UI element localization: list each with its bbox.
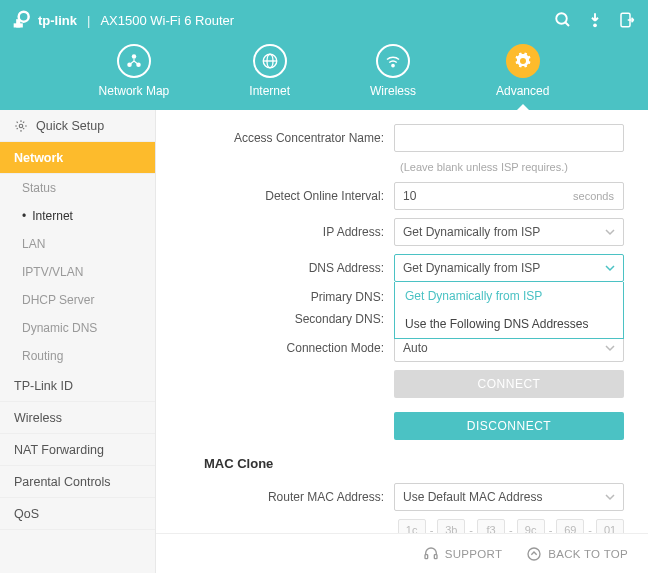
chevron-down-icon xyxy=(605,343,615,353)
router-mac-select[interactable]: Use Default MAC Address xyxy=(394,483,624,511)
sidebar-sub-routing[interactable]: Routing xyxy=(0,342,155,370)
sidebar-sub-ddns[interactable]: Dynamic DNS xyxy=(0,314,155,342)
download-icon[interactable] xyxy=(586,11,604,29)
sidebar-sub-status[interactable]: Status xyxy=(0,174,155,202)
dns-label: DNS Address: xyxy=(156,261,394,275)
dns-select[interactable]: Get Dynamically from ISP xyxy=(394,254,624,282)
footer: SUPPORT BACK TO TOP xyxy=(156,533,648,573)
sidebar-quick-setup[interactable]: Quick Setup xyxy=(0,110,155,142)
acn-input[interactable] xyxy=(394,124,624,152)
sidebar-label: Quick Setup xyxy=(36,119,104,133)
router-mac-label: Router MAC Address: xyxy=(156,490,394,504)
logout-icon[interactable] xyxy=(618,11,636,29)
gear-icon xyxy=(14,119,28,133)
sidebar-item-network[interactable]: Network xyxy=(0,142,155,174)
globe-icon xyxy=(261,52,279,70)
sidebar-item-nat[interactable]: NAT Forwarding xyxy=(0,434,155,466)
svg-line-4 xyxy=(565,22,569,26)
ip-select[interactable]: Get Dynamically from ISP xyxy=(394,218,624,246)
mac-clone-title: MAC Clone xyxy=(204,456,624,471)
svg-point-13 xyxy=(392,64,394,66)
headset-icon xyxy=(423,546,439,562)
brand-text: tp-link xyxy=(38,13,77,28)
chevron-down-icon xyxy=(605,492,615,502)
nav-internet[interactable]: Internet xyxy=(249,44,290,98)
sidebar-item-wireless[interactable]: Wireless xyxy=(0,402,155,434)
sidebar-sub-iptv[interactable]: IPTV/VLAN xyxy=(0,258,155,286)
brand-logo: tp-link xyxy=(12,10,77,30)
main-panel: Access Concentrator Name: (Leave blank u… xyxy=(156,110,648,573)
svg-point-5 xyxy=(593,23,597,27)
chevron-down-icon xyxy=(605,263,615,273)
acn-label: Access Concentrator Name: xyxy=(156,131,394,145)
divider: | xyxy=(87,13,90,28)
back-to-top-link[interactable]: BACK TO TOP xyxy=(526,546,628,562)
nav-label: Network Map xyxy=(99,84,170,98)
main-nav: Network Map Internet Wireless Advanced xyxy=(0,40,648,98)
topbar: tp-link | AX1500 Wi-Fi 6 Router xyxy=(0,0,648,40)
connect-button[interactable]: CONNECT xyxy=(394,370,624,398)
support-link[interactable]: SUPPORT xyxy=(423,546,502,562)
wifi-icon xyxy=(384,52,402,70)
sidebar-sub-internet[interactable]: Internet xyxy=(0,202,155,230)
nav-wireless[interactable]: Wireless xyxy=(370,44,416,98)
chevron-down-icon xyxy=(605,227,615,237)
body: Quick Setup Network Status Internet LAN … xyxy=(0,110,648,573)
sidebar-item-parental[interactable]: Parental Controls xyxy=(0,466,155,498)
nav-label: Internet xyxy=(249,84,290,98)
svg-rect-15 xyxy=(425,554,428,558)
pri-dns-label: Primary DNS: xyxy=(156,290,394,304)
dns-option-manual[interactable]: Use the Following DNS Addresses xyxy=(395,310,623,338)
acn-hint: (Leave blank unless ISP requires.) xyxy=(394,161,568,173)
nav-label: Advanced xyxy=(496,84,549,98)
svg-point-17 xyxy=(528,548,540,560)
dns-option-dynamic[interactable]: Get Dynamically from ISP xyxy=(395,282,623,310)
nav-label: Wireless xyxy=(370,84,416,98)
detect-label: Detect Online Interval: xyxy=(156,189,394,203)
top-icons xyxy=(554,11,636,29)
svg-rect-2 xyxy=(14,23,23,27)
arrow-up-circle-icon xyxy=(526,546,542,562)
sidebar-item-qos[interactable]: QoS xyxy=(0,498,155,530)
dns-dropdown: Get Dynamically from ISP Use the Followi… xyxy=(394,282,624,339)
disconnect-button[interactable]: DISCONNECT xyxy=(394,412,624,440)
nav-network-map[interactable]: Network Map xyxy=(99,44,170,98)
sidebar: Quick Setup Network Status Internet LAN … xyxy=(0,110,156,573)
svg-point-3 xyxy=(556,13,567,24)
sidebar-sub-lan[interactable]: LAN xyxy=(0,230,155,258)
sidebar-item-tplinkid[interactable]: TP-Link ID xyxy=(0,370,155,402)
header: tp-link | AX1500 Wi-Fi 6 Router Network … xyxy=(0,0,648,110)
detect-unit: seconds xyxy=(573,182,614,210)
search-icon[interactable] xyxy=(554,11,572,29)
ip-label: IP Address: xyxy=(156,225,394,239)
svg-point-7 xyxy=(132,54,137,59)
sec-dns-label: Secondary DNS: xyxy=(156,312,394,326)
gear-icon xyxy=(514,52,532,70)
svg-rect-16 xyxy=(434,554,437,558)
tp-link-logo-icon xyxy=(12,10,32,30)
svg-point-14 xyxy=(19,124,23,128)
network-map-icon xyxy=(125,52,143,70)
nav-advanced[interactable]: Advanced xyxy=(496,44,549,98)
conn-label: Connection Mode: xyxy=(156,341,394,355)
sidebar-sub-dhcp[interactable]: DHCP Server xyxy=(0,286,155,314)
product-name: AX1500 Wi-Fi 6 Router xyxy=(100,13,234,28)
